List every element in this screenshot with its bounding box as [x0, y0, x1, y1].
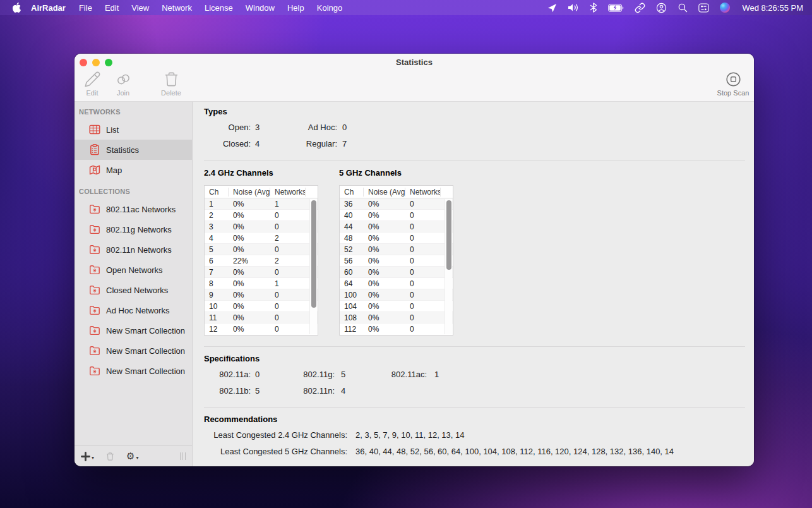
close-button[interactable] — [80, 59, 87, 66]
app-menu-airradar[interactable]: AirRadar — [21, 3, 73, 13]
apple-menu[interactable] — [13, 3, 21, 13]
table-row[interactable]: 60 0% 0 — [340, 267, 453, 278]
map-icon — [88, 164, 101, 176]
table-row[interactable]: 6 22% 2 — [205, 255, 318, 267]
section-divider — [204, 407, 745, 408]
table-row[interactable]: 2 0% 0 — [205, 210, 318, 221]
stat-value: 5 — [251, 386, 293, 396]
table-row[interactable]: 104 0% 0 — [340, 301, 453, 312]
edit-button[interactable]: Edit — [77, 71, 107, 97]
stat-label: Open: — [204, 123, 251, 132]
table-row[interactable]: 7 0% 0 — [205, 267, 318, 278]
battery-charging-icon[interactable] — [608, 4, 624, 12]
stat-label: 802.11g: — [293, 370, 335, 379]
sidebar-item-label: List — [106, 125, 119, 135]
table-row[interactable]: 112 0% 0 — [340, 324, 453, 335]
table-row[interactable]: 5 0% 0 — [205, 244, 318, 255]
menu-item[interactable]: Koingo — [311, 3, 349, 13]
column-header-noise[interactable]: Noise (Avg) — [364, 188, 405, 197]
siri-icon[interactable] — [720, 3, 730, 13]
column-header-networks[interactable]: Networks — [405, 188, 441, 197]
sidebar-item-collection[interactable]: Closed Networks — [75, 280, 192, 300]
table-row[interactable]: 108 0% 0 — [340, 312, 453, 324]
table-row[interactable]: 11 0% 0 — [205, 312, 318, 324]
sidebar-item-collection[interactable]: New Smart Collection — [75, 320, 192, 341]
table-row[interactable]: 10 0% 0 — [205, 301, 318, 312]
sidebar-item-collection[interactable]: New Smart Collection — [75, 361, 192, 381]
link-icon[interactable] — [635, 3, 645, 13]
menu-item[interactable]: Help — [281, 3, 311, 13]
volume-icon[interactable] — [568, 3, 579, 12]
table-row[interactable]: 64 0% 0 — [340, 278, 453, 289]
scrollbar-thumb[interactable] — [446, 200, 451, 270]
action-menu-button[interactable]: ⚙ ▾ — [126, 451, 138, 461]
table-row[interactable]: 56 0% 0 — [340, 255, 453, 267]
sidebar-item-collection[interactable]: 802.11ac Networks — [75, 199, 192, 219]
menu-item[interactable]: Edit — [99, 3, 125, 13]
zoom-button[interactable] — [105, 59, 112, 66]
section-divider — [204, 160, 745, 160]
table-row[interactable]: 1 0% 1 — [205, 198, 318, 210]
table-row[interactable]: 12 0% 0 — [205, 324, 318, 335]
cell-noise: 0% — [229, 279, 270, 288]
minimize-button[interactable] — [92, 59, 100, 66]
add-collection-button[interactable]: ▾ — [81, 452, 94, 461]
table-row[interactable]: 40 0% 0 — [340, 210, 453, 221]
table-row[interactable]: 3 0% 0 — [205, 221, 318, 233]
cell-noise: 0% — [229, 245, 270, 254]
sidebar-item-collection[interactable]: Ad Hoc Networks — [75, 300, 192, 320]
table-row[interactable]: 48 0% 0 — [340, 233, 453, 244]
table-row[interactable]: 52 0% 0 — [340, 244, 453, 255]
stat-value: 3 — [251, 123, 293, 132]
cell-noise: 0% — [229, 291, 270, 299]
delete-collection-button[interactable] — [105, 452, 115, 461]
traffic-lights — [80, 59, 112, 66]
menu-item[interactable]: Network — [155, 3, 198, 13]
cell-ch: 40 — [340, 211, 364, 220]
column-header-networks[interactable]: Networks — [270, 188, 306, 197]
table-row[interactable]: 4 0% 2 — [205, 233, 318, 244]
sidebar-item-statistics[interactable]: Statistics — [75, 140, 192, 160]
menu-bar-menus: FileEditViewNetworkLicenseWindowHelpKoin… — [73, 3, 349, 13]
recommendations-rows: Least Congested 2.4 GHz Channels: 2, 3, … — [204, 426, 745, 459]
scrollbar-thumb[interactable] — [311, 200, 316, 308]
recommendation-label: Least Congested 2.4 GHz Channels: — [204, 430, 347, 440]
table-row[interactable]: 36 0% 0 — [340, 198, 453, 210]
stat-label: Closed: — [204, 139, 251, 148]
sidebar-item-collection[interactable]: 802.11g Networks — [75, 219, 192, 239]
join-button[interactable]: Join — [108, 71, 138, 97]
cell-ch: 64 — [340, 279, 364, 288]
delete-button[interactable]: Delete — [156, 71, 186, 97]
sidebar-item-collection[interactable]: New Smart Collection — [75, 341, 192, 361]
window-title: Statistics — [396, 57, 433, 67]
menu-item[interactable]: Window — [239, 3, 281, 13]
table-row[interactable]: 9 0% 0 — [205, 289, 318, 301]
table-row[interactable]: 44 0% 0 — [340, 221, 453, 233]
table-row[interactable]: 8 0% 1 — [205, 278, 318, 289]
sidebar-item-map[interactable]: Map — [75, 160, 192, 180]
location-icon[interactable] — [547, 3, 557, 13]
sidebar-resize-grip[interactable] — [180, 452, 186, 460]
control-center-icon[interactable] — [698, 3, 709, 13]
bluetooth-icon[interactable] — [590, 3, 597, 13]
scrollbar[interactable] — [309, 199, 317, 334]
menu-bar-clock[interactable]: Wed 8:26:55 PM — [742, 3, 803, 13]
menu-item[interactable]: License — [198, 3, 239, 13]
fast-user-switching-icon[interactable] — [656, 3, 667, 13]
column-header-ch[interactable]: Ch — [205, 188, 229, 197]
stop-scan-button[interactable]: Stop Scan — [712, 71, 754, 97]
window-main: NETWORKS List Statistics Map COLLECTIONS — [75, 102, 754, 466]
smart-folder-icon — [88, 344, 101, 357]
sidebar-item-list[interactable]: List — [75, 119, 192, 140]
cell-ch: 9 — [205, 291, 229, 299]
spotlight-icon[interactable] — [678, 3, 688, 13]
menu-item[interactable]: File — [73, 3, 99, 13]
column-header-ch[interactable]: Ch — [340, 188, 364, 197]
menu-item[interactable]: View — [125, 3, 155, 13]
sidebar-item-collection[interactable]: 802.11n Networks — [75, 239, 192, 260]
scrollbar[interactable] — [445, 199, 452, 334]
column-header-noise[interactable]: Noise (Avg) — [229, 188, 270, 197]
sidebar-item-collection[interactable]: Open Networks — [75, 260, 192, 280]
cell-ch: 6 — [205, 257, 229, 265]
table-row[interactable]: 100 0% 0 — [340, 289, 453, 301]
